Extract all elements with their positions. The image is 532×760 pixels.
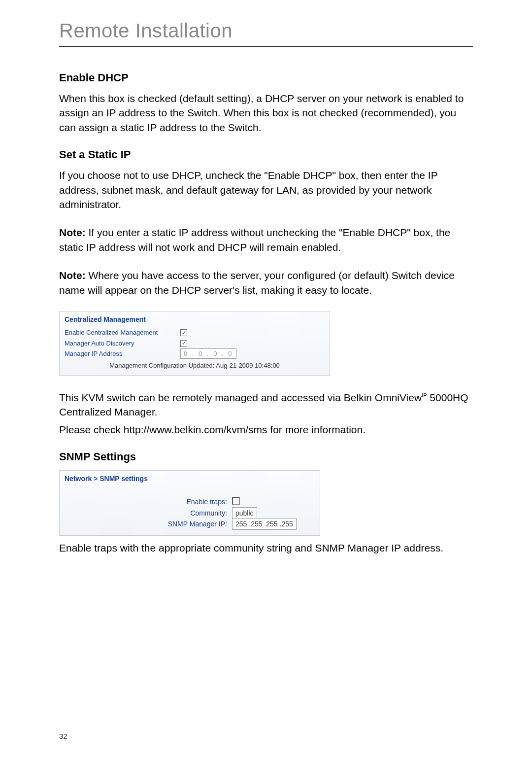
checkbox-auto-discovery[interactable]: ✓ <box>180 339 325 347</box>
text-segment: This KVM switch can be remotely managed … <box>59 392 422 403</box>
text-kvm-1: This KVM switch can be remotely managed … <box>59 390 473 419</box>
panel-footer-text: Management Configuration Updated: Aug-21… <box>60 359 330 375</box>
page-title: Remote Installation <box>59 20 473 42</box>
input-community[interactable]: public <box>232 507 257 519</box>
note-text: Where you have access to the server, you… <box>59 270 455 295</box>
input-snmp-manager[interactable]: 255 .255 .255 .255 <box>232 518 297 530</box>
row-snmp-manager: SNMP Manager IP: 255 .255 .255 .255 <box>60 518 320 529</box>
heading-static-ip: Set a Static IP <box>59 148 473 161</box>
row-enable-traps: Enable traps: <box>60 495 320 508</box>
heading-enable-dhcp: Enable DHCP <box>59 71 473 84</box>
row-auto-discovery: Manager Auto Discovery ✓ <box>60 338 330 348</box>
note-static-ip-2: Note: Where you have access to the serve… <box>59 268 473 297</box>
text-kvm-2: Please check http://www.belkin.com/kvm/s… <box>59 422 473 437</box>
checkbox-enable-centralized[interactable]: ✓ <box>180 329 325 337</box>
row-enable-centralized: Enable Centralized Management ✓ <box>60 327 330 338</box>
label-enable-centralized: Enable Centralized Management <box>65 329 180 336</box>
note-static-ip-1: Note: If you enter a static IP address w… <box>59 225 473 254</box>
panel-snmp-settings: Network > SNMP settings Enable traps: Co… <box>59 470 320 536</box>
panel-title-snmp: Network > SNMP settings <box>60 471 320 495</box>
label-community: Community: <box>65 509 232 517</box>
panel-title: Centralized Management <box>60 311 330 327</box>
panel-centralized-management: Centralized Management Enable Centralize… <box>59 311 330 376</box>
input-manager-ip[interactable]: 0 . 0 . 0 . 0 <box>180 348 236 359</box>
text-enable-dhcp: When this box is checked (default settin… <box>59 91 473 135</box>
label-auto-discovery: Manager Auto Discovery <box>65 340 180 347</box>
heading-snmp: SNMP Settings <box>59 450 473 463</box>
superscript-ip: IP <box>422 392 427 398</box>
checkbox-enable-traps[interactable] <box>232 497 240 505</box>
text-snmp-footer: Enable traps with the appropriate commun… <box>59 541 473 555</box>
label-snmp-manager: SNMP Manager IP: <box>65 520 232 528</box>
note-label: Note: <box>59 227 86 238</box>
title-divider <box>59 46 473 47</box>
note-text: If you enter a static IP address without… <box>59 227 450 252</box>
row-manager-ip: Manager IP Address 0 . 0 . 0 . 0 <box>60 348 330 359</box>
label-manager-ip: Manager IP Address <box>65 350 180 357</box>
text-static-ip: If you choose not to use DHCP, uncheck t… <box>59 168 473 211</box>
label-enable-traps: Enable traps: <box>65 498 232 506</box>
note-label: Note: <box>59 270 86 281</box>
page-number: 32 <box>59 732 67 740</box>
row-community: Community: public <box>60 508 320 518</box>
